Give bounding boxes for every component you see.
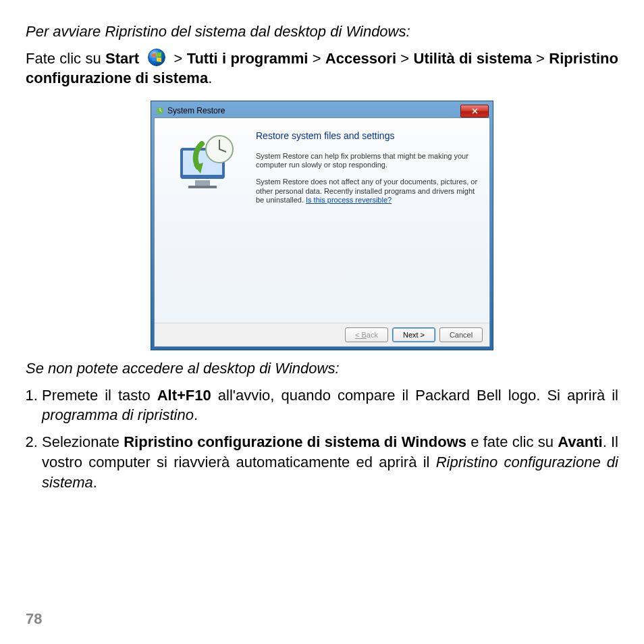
section1-heading: Per avviare Ripristino del sistema dal d… <box>26 22 618 42</box>
text: all'avvio, quando compare il Packard Bel… <box>211 387 618 404</box>
svg-rect-3 <box>195 180 210 186</box>
dialog-paragraph-2: System Restore does not affect any of yo… <box>256 178 479 205</box>
separator: > <box>173 50 186 67</box>
step-1: Premete il tasto Alt+F10 all'avvio, quan… <box>42 385 618 425</box>
dialog-content: Restore system files and settings System… <box>155 118 489 323</box>
separator: > <box>400 50 413 67</box>
back-button-label: < Back <box>355 331 378 339</box>
dialog-titlebar: System Restore <box>154 104 490 117</box>
start-label: Start <box>105 50 139 67</box>
system-restore-art-icon <box>168 129 242 196</box>
dialog-icon-pane <box>155 118 256 323</box>
text: Premete il tasto <box>42 387 157 404</box>
step-2: Selezionate Ripristino configurazione di… <box>42 432 618 492</box>
crumb-accessories: Accessori <box>325 50 396 67</box>
back-button: < Back <box>345 327 388 342</box>
text: . <box>194 406 198 423</box>
instructions-paragraph: Fate clic su Start > Tutti i programmi >… <box>26 49 618 88</box>
close-icon <box>472 108 478 114</box>
dialog-text-pane: Restore system files and settings System… <box>256 118 489 323</box>
crumb-all-programs: Tutti i programmi <box>187 50 308 67</box>
dialog-button-bar: < Back Next > Cancel <box>155 323 489 346</box>
text: Fate clic su <box>26 50 105 67</box>
page-number: 78 <box>26 610 42 628</box>
windows-start-orb-icon <box>148 49 165 66</box>
text: e fate clic su <box>466 433 558 450</box>
svg-rect-4 <box>188 186 217 188</box>
document-page: Per avviare Ripristino del sistema dal d… <box>0 0 644 644</box>
dialog-paragraph-1: System Restore can help fix problems tha… <box>256 152 479 169</box>
dialog-figure: System Restore <box>26 101 618 350</box>
text: Selezionate <box>42 433 124 450</box>
separator: > <box>313 50 325 67</box>
reversible-link[interactable]: Is this process reversible? <box>306 196 392 204</box>
option-name: Ripristino configurazione di sistema di … <box>124 433 466 450</box>
dialog-title: System Restore <box>167 106 225 115</box>
dialog-client-area: Restore system files and settings System… <box>154 117 490 347</box>
cancel-button-label: Cancel <box>450 331 473 339</box>
next-button-label: Next > <box>403 331 425 339</box>
separator: > <box>536 50 549 67</box>
crumb-system-tools: Utilità di sistema <box>414 50 532 67</box>
section2-heading: Se non potete accedere al desktop di Win… <box>26 358 618 379</box>
system-restore-icon <box>155 106 165 115</box>
text: . <box>93 474 97 491</box>
steps-list: Premete il tasto Alt+F10 all'avvio, quan… <box>26 385 618 492</box>
close-button[interactable] <box>460 105 489 117</box>
cancel-button[interactable]: Cancel <box>439 327 483 342</box>
program-name: programma di ripristino <box>42 406 194 423</box>
system-restore-dialog: System Restore <box>151 101 493 350</box>
dialog-heading: Restore system files and settings <box>256 130 479 141</box>
button-name: Avanti <box>558 433 602 450</box>
key-combo: Alt+F10 <box>157 387 211 404</box>
next-button[interactable]: Next > <box>392 327 435 342</box>
